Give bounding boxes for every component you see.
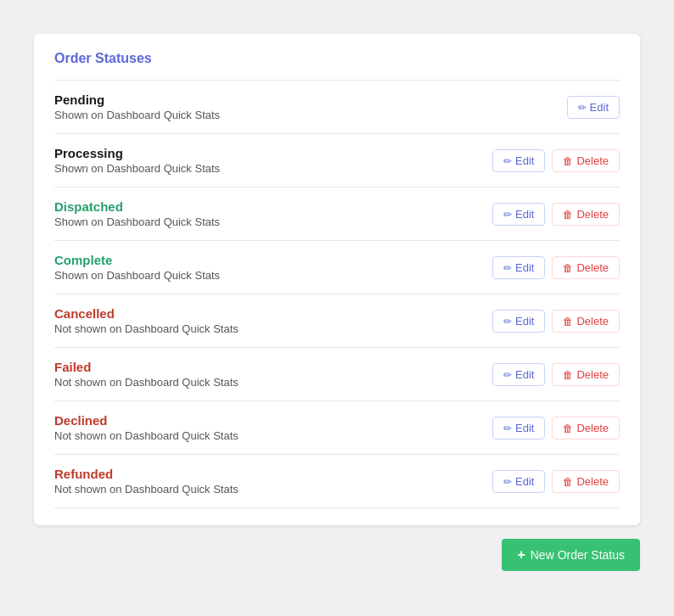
edit-button-pending[interactable]: Edit (567, 96, 620, 119)
edit-label: Edit (515, 208, 534, 221)
status-name-pending: Pending (54, 92, 220, 107)
delete-label: Delete (576, 154, 609, 167)
status-actions-cancelled: EditDelete (492, 310, 620, 333)
delete-button-declined[interactable]: Delete (552, 417, 620, 440)
status-actions-declined: EditDelete (492, 417, 620, 440)
pencil-icon (503, 154, 512, 167)
status-desc-processing: Shown on Dashboard Quick Stats (54, 162, 220, 175)
pencil-icon (503, 208, 512, 221)
delete-label: Delete (576, 368, 609, 381)
status-name-declined: Declined (54, 413, 239, 428)
new-status-label: New Order Status (531, 548, 625, 562)
edit-button-declined[interactable]: Edit (492, 417, 545, 440)
status-actions-failed: EditDelete (492, 363, 620, 386)
edit-label: Edit (515, 154, 534, 167)
pencil-icon (503, 422, 512, 434)
status-info-processing: ProcessingShown on Dashboard Quick Stats (54, 146, 220, 175)
trash-icon (563, 368, 573, 381)
pencil-icon (503, 315, 512, 328)
delete-button-failed[interactable]: Delete (552, 363, 620, 386)
pencil-icon (578, 101, 587, 114)
status-name-complete: Complete (54, 253, 220, 267)
status-desc-cancelled: Not shown on Dashboard Quick Stats (54, 322, 239, 335)
trash-icon (563, 208, 573, 221)
status-name-cancelled: Cancelled (54, 306, 239, 321)
edit-button-failed[interactable]: Edit (492, 363, 545, 386)
bottom-bar: New Order Status (34, 539, 640, 571)
trash-icon (563, 475, 573, 488)
pencil-icon (503, 261, 512, 274)
delete-button-refunded[interactable]: Delete (552, 470, 620, 493)
status-row-cancelled: CancelledNot shown on Dashboard Quick St… (54, 294, 620, 348)
status-actions-complete: EditDelete (492, 256, 620, 279)
edit-label: Edit (515, 315, 534, 328)
delete-label: Delete (576, 475, 609, 488)
delete-label: Delete (576, 422, 609, 434)
status-info-refunded: RefundedNot shown on Dashboard Quick Sta… (54, 467, 239, 496)
pencil-icon (503, 475, 512, 488)
edit-label: Edit (515, 368, 534, 381)
status-desc-pending: Shown on Dashboard Quick Stats (54, 109, 220, 121)
status-info-complete: CompleteShown on Dashboard Quick Stats (54, 253, 220, 282)
edit-label: Edit (515, 261, 534, 274)
status-desc-declined: Not shown on Dashboard Quick Stats (54, 429, 239, 442)
status-name-refunded: Refunded (54, 467, 239, 481)
status-actions-processing: EditDelete (492, 149, 620, 172)
page-wrapper: Order Statuses PendingShown on Dashboard… (17, 17, 657, 588)
edit-label: Edit (515, 422, 534, 434)
status-row-refunded: RefundedNot shown on Dashboard Quick Sta… (54, 455, 620, 508)
status-row-processing: ProcessingShown on Dashboard Quick Stats… (54, 134, 620, 188)
status-info-declined: DeclinedNot shown on Dashboard Quick Sta… (54, 413, 239, 442)
status-row-complete: CompleteShown on Dashboard Quick StatsEd… (54, 241, 620, 294)
edit-button-dispatched[interactable]: Edit (492, 203, 545, 226)
edit-label: Edit (590, 101, 609, 114)
status-name-dispatched: Dispatched (54, 199, 220, 214)
trash-icon (563, 261, 573, 274)
order-statuses-card: Order Statuses PendingShown on Dashboard… (34, 34, 640, 525)
status-actions-pending: Edit (567, 96, 620, 119)
status-desc-refunded: Not shown on Dashboard Quick Stats (54, 483, 239, 496)
card-title: Order Statuses (54, 51, 620, 66)
trash-icon (563, 154, 573, 167)
status-name-failed: Failed (54, 360, 239, 374)
status-desc-complete: Shown on Dashboard Quick Stats (54, 269, 220, 282)
edit-label: Edit (515, 475, 534, 488)
status-row-pending: PendingShown on Dashboard Quick StatsEdi… (54, 81, 620, 134)
new-order-status-button[interactable]: New Order Status (502, 539, 640, 571)
status-row-declined: DeclinedNot shown on Dashboard Quick Sta… (54, 401, 620, 455)
status-desc-failed: Not shown on Dashboard Quick Stats (54, 376, 239, 389)
edit-button-processing[interactable]: Edit (492, 149, 545, 172)
status-actions-dispatched: EditDelete (492, 203, 620, 226)
delete-button-complete[interactable]: Delete (552, 256, 620, 279)
edit-button-complete[interactable]: Edit (492, 256, 545, 279)
status-list: PendingShown on Dashboard Quick StatsEdi… (54, 80, 620, 508)
delete-label: Delete (576, 315, 609, 328)
status-info-dispatched: DispatchedShown on Dashboard Quick Stats (54, 199, 220, 228)
delete-label: Delete (576, 261, 609, 274)
status-name-processing: Processing (54, 146, 220, 160)
delete-button-cancelled[interactable]: Delete (552, 310, 620, 333)
trash-icon (563, 315, 573, 328)
status-info-cancelled: CancelledNot shown on Dashboard Quick St… (54, 306, 239, 335)
status-row-dispatched: DispatchedShown on Dashboard Quick Stats… (54, 188, 620, 241)
status-actions-refunded: EditDelete (492, 470, 620, 493)
trash-icon (563, 422, 573, 434)
status-desc-dispatched: Shown on Dashboard Quick Stats (54, 216, 220, 228)
plus-icon (517, 547, 525, 563)
status-info-failed: FailedNot shown on Dashboard Quick Stats (54, 360, 239, 389)
status-info-pending: PendingShown on Dashboard Quick Stats (54, 92, 220, 121)
delete-button-processing[interactable]: Delete (552, 149, 620, 172)
edit-button-refunded[interactable]: Edit (492, 470, 545, 493)
edit-button-cancelled[interactable]: Edit (492, 310, 545, 333)
pencil-icon (503, 368, 512, 381)
status-row-failed: FailedNot shown on Dashboard Quick Stats… (54, 348, 620, 401)
delete-label: Delete (576, 208, 609, 221)
delete-button-dispatched[interactable]: Delete (552, 203, 620, 226)
